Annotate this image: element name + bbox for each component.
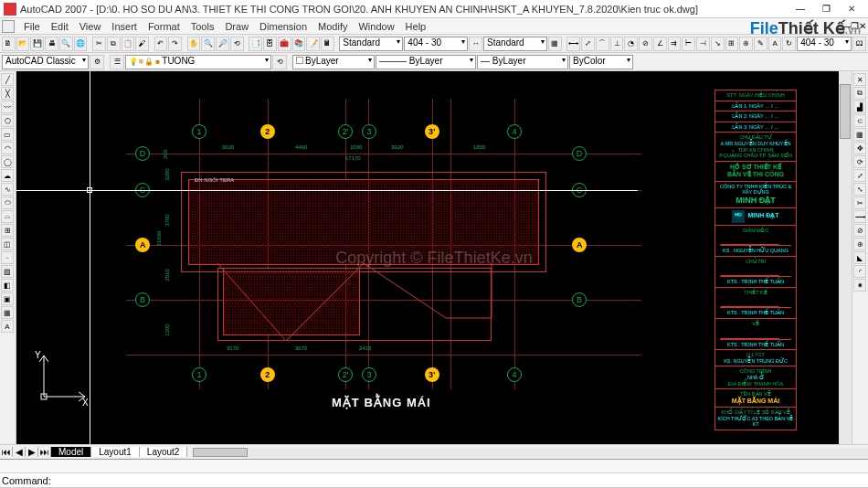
dimarc-icon[interactable]: ⌒ bbox=[596, 37, 609, 51]
copy-icon[interactable]: ⧉ bbox=[107, 37, 121, 51]
workspace-combo[interactable]: AutoCAD Classic bbox=[2, 55, 89, 69]
table-icon[interactable]: ▦ bbox=[548, 37, 562, 51]
save-icon[interactable]: 💾 bbox=[30, 37, 44, 51]
layermgr-icon[interactable]: ☰ bbox=[110, 55, 124, 69]
tablestyle-combo[interactable]: Standard bbox=[483, 37, 547, 51]
explode-icon[interactable]: ✷ bbox=[853, 279, 866, 292]
dc-icon[interactable]: 🗄 bbox=[263, 37, 277, 51]
drawing-canvas[interactable]: 1 2 2' 3 3' 4 1 2 2' 3 3' 4 A B C D A B … bbox=[16, 71, 852, 444]
publish-icon[interactable]: 🌐 bbox=[74, 37, 88, 51]
mirror-icon[interactable]: ▟ bbox=[853, 101, 866, 113]
new-icon[interactable]: 🗎 bbox=[2, 37, 16, 51]
menu-edit[interactable]: Edit bbox=[46, 21, 74, 32]
offset-icon[interactable]: ⊂ bbox=[853, 114, 866, 127]
cut-icon[interactable]: ✂ bbox=[92, 37, 106, 51]
zoom-rt-icon[interactable]: 🔍 bbox=[201, 37, 215, 51]
move-icon[interactable]: ✥ bbox=[853, 142, 866, 154]
menu-format[interactable]: Format bbox=[143, 21, 185, 32]
matchprop-icon[interactable]: 🖌 bbox=[135, 37, 149, 51]
gradient-icon[interactable]: ◧ bbox=[1, 279, 14, 292]
ellarc-icon[interactable]: ⌓ bbox=[1, 210, 14, 223]
dimang-icon[interactable]: ∠ bbox=[653, 37, 667, 51]
ellipse-icon[interactable]: ⬭ bbox=[1, 196, 14, 209]
color-combo[interactable]: ByLayer bbox=[292, 55, 375, 69]
markup-icon[interactable]: 📝 bbox=[306, 37, 320, 51]
menu-tools[interactable]: Tools bbox=[185, 21, 220, 32]
menu-insert[interactable]: Insert bbox=[106, 21, 143, 32]
dimord-icon[interactable]: ⊥ bbox=[610, 37, 624, 51]
line-icon[interactable]: ╱ bbox=[1, 73, 14, 86]
trim-icon[interactable]: ✂ bbox=[853, 196, 866, 209]
close-button[interactable]: ✕ bbox=[839, 1, 864, 17]
dimcont-icon[interactable]: ⊣ bbox=[696, 37, 710, 51]
hatch-icon[interactable]: ▨ bbox=[1, 265, 14, 278]
revcloud-icon[interactable]: ☁ bbox=[1, 169, 14, 182]
break-icon[interactable]: ⊘ bbox=[853, 224, 866, 237]
tab-nav-prev[interactable]: ◀ bbox=[13, 447, 26, 457]
pline-icon[interactable]: 〰 bbox=[1, 101, 14, 113]
dim-icon[interactable]: ↔ bbox=[469, 37, 482, 51]
menu-draw[interactable]: Draw bbox=[219, 21, 254, 32]
undo-icon[interactable]: ↶ bbox=[154, 37, 168, 51]
dimrad-icon[interactable]: ◔ bbox=[624, 37, 638, 51]
ssm-icon[interactable]: 📚 bbox=[292, 37, 306, 51]
point-icon[interactable]: · bbox=[1, 251, 14, 264]
arc-icon[interactable]: ◠ bbox=[1, 142, 14, 154]
mtext-icon[interactable]: A bbox=[1, 320, 14, 333]
scale-icon[interactable]: ⤢ bbox=[853, 169, 866, 182]
hscrollbar[interactable] bbox=[193, 448, 868, 457]
command-history[interactable] bbox=[0, 460, 868, 472]
dimlin-icon[interactable]: ⟷ bbox=[566, 37, 580, 51]
dimbase-icon[interactable]: ⊢ bbox=[682, 37, 695, 51]
erase-icon[interactable]: ✕ bbox=[853, 73, 866, 86]
tab-nav-last[interactable]: ⏭ bbox=[38, 447, 51, 457]
chamfer-icon[interactable]: ◣ bbox=[853, 251, 866, 264]
rect-icon[interactable]: ▭ bbox=[1, 128, 14, 141]
plotstyle-combo[interactable]: ByColor bbox=[569, 55, 633, 69]
calc-icon[interactable]: 🖩 bbox=[321, 37, 334, 51]
maximize-button[interactable]: ❐ bbox=[813, 1, 839, 17]
lineweight-combo[interactable]: — ByLayer bbox=[477, 55, 568, 69]
minimize-button[interactable]: — bbox=[788, 1, 813, 17]
props-icon[interactable]: 📑 bbox=[249, 37, 262, 51]
command-line[interactable]: Command: bbox=[0, 472, 868, 487]
menu-help[interactable]: Help bbox=[400, 21, 432, 32]
zoom-prev-icon[interactable]: ⟲ bbox=[230, 37, 244, 51]
qdim-icon[interactable]: ⇉ bbox=[668, 37, 682, 51]
copy2-icon[interactable]: ⧉ bbox=[853, 87, 866, 100]
menu-file[interactable]: File bbox=[18, 21, 46, 32]
dimstyle-combo[interactable]: 404 - 30 bbox=[404, 37, 468, 51]
array-icon[interactable]: ▦ bbox=[853, 128, 866, 141]
xline-icon[interactable]: ╳ bbox=[1, 87, 14, 100]
tab-nav-next[interactable]: ▶ bbox=[26, 447, 38, 457]
tab-model[interactable]: Model bbox=[51, 447, 91, 457]
fillet-icon[interactable]: ◜ bbox=[853, 265, 866, 278]
tab-layout2[interactable]: Layout2 bbox=[140, 447, 188, 457]
rotate-icon[interactable]: ⟳ bbox=[853, 155, 866, 168]
dimali-icon[interactable]: ⤢ bbox=[581, 37, 595, 51]
open-icon[interactable]: 📂 bbox=[16, 37, 30, 51]
join-icon[interactable]: ⊕ bbox=[853, 238, 866, 250]
pan-icon[interactable]: ✋ bbox=[187, 37, 201, 51]
spline-icon[interactable]: ∿ bbox=[1, 183, 14, 196]
preview-icon[interactable]: 🔍 bbox=[59, 37, 73, 51]
layerprev-icon[interactable]: ⟲ bbox=[272, 55, 287, 69]
layer-combo[interactable]: 💡❄🔒 ■ TUONG bbox=[125, 55, 271, 69]
tab-layout1[interactable]: Layout1 bbox=[91, 447, 140, 457]
table2-icon[interactable]: ▦ bbox=[1, 306, 14, 319]
leader-icon[interactable]: ↘ bbox=[711, 37, 725, 51]
stretch-icon[interactable]: ⤡ bbox=[853, 183, 866, 196]
ws-settings-icon[interactable]: ⚙ bbox=[90, 55, 104, 69]
circle-icon[interactable]: ◯ bbox=[1, 155, 14, 168]
dimdia-icon[interactable]: ⊘ bbox=[639, 37, 652, 51]
paste-icon[interactable]: 📋 bbox=[122, 37, 135, 51]
insert-icon[interactable]: ⊞ bbox=[1, 224, 14, 237]
linetype-combo[interactable]: ——— ByLayer bbox=[376, 55, 476, 69]
menu-window[interactable]: Window bbox=[353, 21, 399, 32]
menu-view[interactable]: View bbox=[74, 21, 107, 32]
block-icon[interactable]: ◫ bbox=[1, 238, 14, 250]
command-input[interactable] bbox=[53, 474, 866, 486]
tol-icon[interactable]: ⊞ bbox=[725, 37, 739, 51]
region-icon[interactable]: ▣ bbox=[1, 292, 14, 305]
polygon-icon[interactable]: ⬠ bbox=[1, 114, 14, 127]
